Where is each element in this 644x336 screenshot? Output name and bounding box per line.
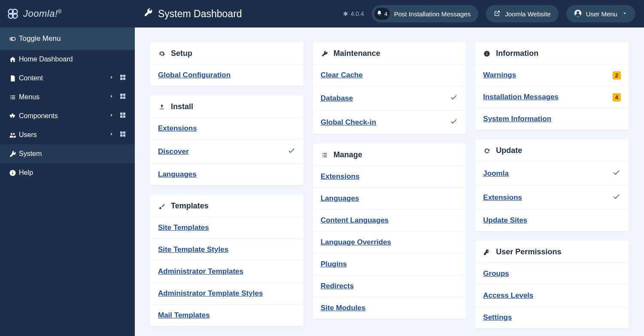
card-link[interactable]: Site Template Styles: [158, 245, 228, 254]
joomla-mark-icon: ✱: [343, 10, 348, 17]
card-link[interactable]: Languages: [321, 194, 359, 203]
card-item: System Information: [475, 108, 629, 130]
sidebar-nav: Toggle Menu: [0, 27, 135, 50]
dashboard-column: SetupGlobal ConfigurationInstallExtensio…: [150, 42, 304, 336]
dashboard-icon[interactable]: [117, 112, 129, 120]
dashboard-icon[interactable]: [117, 131, 129, 139]
card-item: Groups: [475, 263, 629, 284]
card-link[interactable]: Content Languages: [321, 216, 389, 225]
sidebar-item-system[interactable]: System: [0, 144, 135, 163]
card-link[interactable]: Global Check-in: [321, 118, 376, 127]
card-link[interactable]: Mail Templates: [158, 311, 210, 320]
card-install: InstallExtensionsDiscoverLanguages: [150, 95, 304, 185]
users-icon: [6, 131, 19, 139]
chevron-right-icon: [106, 131, 117, 139]
card-item: Clear Cache: [313, 64, 466, 86]
brand[interactable]: Joomla!®: [0, 0, 135, 27]
card-link[interactable]: Language Overrides: [321, 238, 391, 247]
user-icon: [574, 9, 582, 18]
sidebar-item-users[interactable]: Users: [0, 125, 135, 144]
card-link[interactable]: Plugins: [321, 260, 347, 269]
card-header: Update: [475, 139, 629, 161]
card-title: Maintenance: [334, 49, 380, 58]
check-icon: [450, 117, 458, 128]
card-item: Warnings2: [475, 64, 629, 86]
refresh-icon: [483, 147, 491, 154]
card-link[interactable]: Discover: [158, 147, 189, 156]
chevron-right-icon: [106, 112, 117, 120]
card-item: Extensions: [313, 165, 466, 187]
card-link[interactable]: Joomla: [483, 169, 509, 178]
card-link[interactable]: Groups: [483, 269, 509, 278]
card-title: Install: [171, 102, 193, 111]
card-link[interactable]: Languages: [158, 170, 197, 179]
sidebar-item-menus[interactable]: Menus: [0, 88, 135, 107]
card-item: Database: [313, 86, 466, 110]
post-install-messages-button[interactable]: 4 Post Installation Messages: [372, 5, 478, 22]
card-link[interactable]: Extensions: [483, 193, 522, 202]
card-user-permissions: User PermissionsGroupsAccess LevelsSetti…: [475, 241, 629, 328]
card-link[interactable]: Redirects: [321, 282, 354, 290]
card-item: Content Languages: [313, 209, 466, 231]
sidebar: Joomla!® Toggle Menu Home DashboardConte…: [0, 0, 135, 336]
card-header: Maintenance: [313, 42, 466, 64]
card-link[interactable]: Warnings: [483, 71, 516, 79]
card-title: Information: [496, 49, 538, 58]
dashboard-icon[interactable]: [117, 93, 129, 101]
check-icon: [450, 93, 458, 104]
page-title: System Dashboard: [143, 8, 335, 20]
user-menu-button[interactable]: User Menu: [566, 5, 635, 22]
sidebar-item-components[interactable]: Components: [0, 107, 135, 125]
card-title: User Permissions: [496, 247, 561, 257]
info-icon: [483, 50, 491, 57]
toggle-icon: [6, 35, 19, 43]
card-link[interactable]: Settings: [483, 313, 512, 322]
card-link[interactable]: Extensions: [321, 172, 360, 181]
toggle-menu[interactable]: Toggle Menu: [0, 27, 135, 50]
card-link[interactable]: Installation Messages: [483, 93, 559, 101]
check-icon: [287, 146, 296, 157]
card-item: Plugins: [313, 253, 466, 275]
brush-icon: [158, 203, 166, 210]
key-icon: [483, 249, 491, 256]
sidebar-item-content[interactable]: Content: [0, 69, 135, 88]
card-link[interactable]: Extensions: [158, 124, 197, 133]
card-link[interactable]: Update Sites: [483, 216, 527, 225]
sidebar-item-help[interactable]: iHelp: [0, 163, 135, 182]
card-link[interactable]: System Information: [483, 115, 551, 123]
home-icon: [6, 56, 19, 63]
card-templates: TemplatesSite TemplatesSite Template Sty…: [150, 195, 304, 326]
card-item: Joomla: [475, 161, 629, 185]
topbar: System Dashboard ✱ 4.0.4 4 Post Installa…: [135, 0, 644, 27]
components-icon: [6, 113, 19, 120]
main: System Dashboard ✱ 4.0.4 4 Post Installa…: [135, 0, 644, 336]
wrench-icon: [143, 8, 153, 20]
card-link[interactable]: Database: [321, 94, 353, 103]
card-item: Settings: [475, 306, 629, 328]
svg-text:i: i: [12, 171, 13, 175]
sidebar-item-home[interactable]: Home Dashboard: [0, 50, 135, 69]
card-link[interactable]: Global Configuration: [158, 71, 231, 79]
wrench-icon: [321, 50, 328, 57]
sidebar-item-label: System: [19, 150, 129, 158]
card-item: Languages: [313, 187, 466, 209]
card-link[interactable]: Clear Cache: [321, 71, 363, 79]
card-link[interactable]: Access Levels: [483, 291, 533, 300]
card-link[interactable]: Site Templates: [158, 223, 209, 232]
card-link[interactable]: Site Modules: [321, 304, 366, 312]
card-header: Setup: [150, 42, 304, 64]
card-item: Global Check-in: [313, 110, 466, 134]
dashboard-icon[interactable]: [117, 74, 129, 82]
card-item: Site Templates: [150, 217, 304, 238]
card-link[interactable]: Administrator Template Styles: [158, 289, 263, 298]
card-item: Mail Templates: [150, 304, 304, 326]
card-item: Access Levels: [475, 284, 629, 306]
card-title: Setup: [171, 49, 192, 58]
card-header: User Permissions: [475, 241, 629, 263]
card-item: Administrator Templates: [150, 260, 304, 282]
card-header: Install: [150, 95, 304, 117]
version: ✱ 4.0.4: [343, 10, 364, 17]
card-link[interactable]: Administrator Templates: [158, 267, 243, 276]
dashboard-columns: SetupGlobal ConfigurationInstallExtensio…: [150, 42, 629, 336]
joomla-website-button[interactable]: Joomla Website: [486, 5, 558, 22]
